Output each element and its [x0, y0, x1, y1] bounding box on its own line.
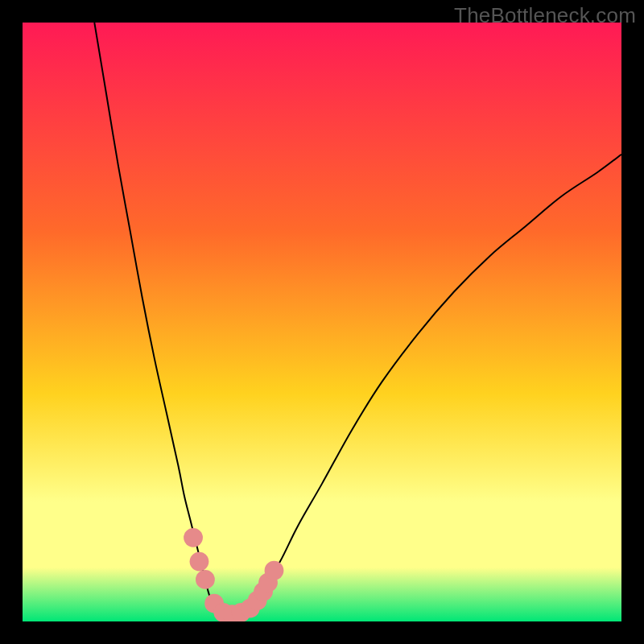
scatter-dot	[196, 570, 215, 589]
watermark-text: TheBottleneck.com	[454, 3, 636, 28]
scatter-dot	[184, 528, 203, 547]
gradient-background	[23, 23, 621, 621]
plot-area	[23, 23, 621, 621]
chart-canvas	[23, 23, 621, 621]
scatter-dot	[190, 552, 209, 572]
outer-frame: TheBottleneck.com	[0, 0, 644, 644]
scatter-dot	[265, 561, 284, 580]
